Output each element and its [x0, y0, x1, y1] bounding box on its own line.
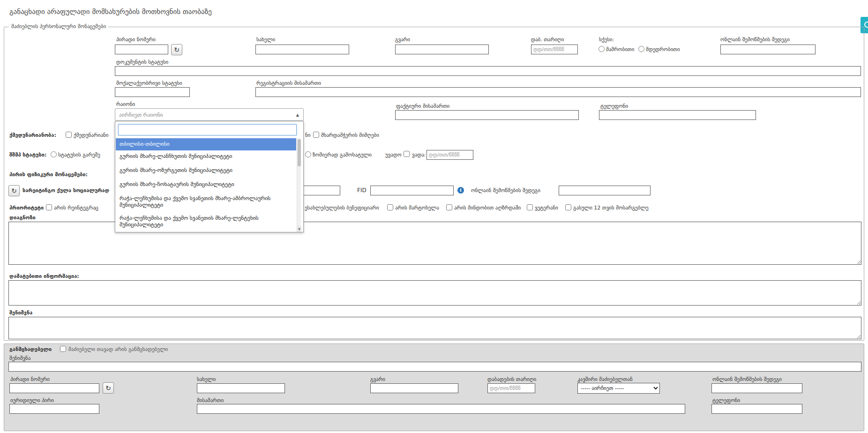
disability-no-status-label: სტატუსის გარეშე [58, 152, 100, 158]
disability-moderate-radio[interactable] [305, 151, 311, 157]
district-option[interactable]: რაჭა-ლეჩხუმისა და ქვემო სვანეთის მხარე-ლ… [116, 212, 296, 232]
applicant-first-name-input[interactable] [197, 383, 285, 393]
sex-male-radio[interactable] [599, 46, 605, 52]
applicant-birth-date-label: დაბადების თარიღი [487, 376, 536, 382]
capacity-fragment: ნი [305, 132, 310, 138]
sex-female-label: მდედრობითი [646, 46, 680, 52]
capacity-capable-label: ქმედუნარიანი [74, 132, 109, 138]
priority-reintegration-checkbox[interactable] [46, 204, 52, 210]
seeker-note-textarea[interactable] [8, 317, 861, 339]
applicant-birth-date-input[interactable] [487, 383, 535, 393]
applicant-online-result-input[interactable] [711, 383, 802, 393]
priority-reintegration-label: არის რეინტეგრაც [54, 205, 98, 211]
applicant-address-input[interactable] [197, 404, 685, 414]
applicant-note-label: შენიშვნა [9, 355, 30, 361]
applicant-phone-input[interactable] [711, 404, 802, 414]
applicant-personal-number-input[interactable] [9, 383, 99, 393]
birth-date-input[interactable] [531, 45, 578, 54]
priority-veteran-checkbox[interactable] [527, 204, 533, 210]
sex-male-label: მამრობითი [606, 46, 634, 52]
citizenship-status-input[interactable] [115, 87, 190, 97]
actual-address-label: ფაქტიური მისამართი [396, 103, 449, 109]
info-icon[interactable]: i [457, 187, 464, 194]
applicant-last-name-label: გვარი [370, 376, 385, 382]
priority-resettled-fragment: ესახლებულების ბენეფიციარი [305, 205, 379, 211]
district-select[interactable]: აირჩიეთ რაიონი ▲ [115, 108, 304, 121]
disability-termless-label: უვადო [385, 152, 402, 158]
applicant-online-result-label: ონლაინ შემოწმების შედეგი [712, 376, 782, 382]
document-status-input[interactable] [115, 66, 861, 76]
personal-number-refresh-button[interactable]: ↻ [171, 44, 182, 55]
capacity-supported-label: მხარდამჭერის მიმღები [321, 132, 379, 138]
capacity-supported-checkbox[interactable] [313, 132, 319, 138]
priority-single-label: არის მარტოხელა [395, 205, 439, 211]
applicant-note-input[interactable] [8, 362, 861, 372]
physical-data-label: პირის ფიზიკური მონაცემები: [9, 172, 88, 178]
rating-online-result-input[interactable] [559, 186, 651, 195]
priority-label: პრიორიტეტი [9, 205, 44, 211]
priority-veteran-label: ვეტერანი [535, 205, 558, 211]
fid-label: FID [357, 187, 367, 194]
scrollbar-thumb[interactable] [298, 139, 301, 166]
sex-female-radio[interactable] [638, 46, 644, 52]
application-form-page: { "page": { "title": "განაცხადი არაფულად… [0, 0, 868, 433]
district-search-input[interactable] [118, 124, 297, 135]
applicant-legend: განმცხადებელი [9, 346, 52, 352]
magnifier-icon [864, 22, 868, 28]
applicant-personal-number-label: პირადი ნომერი [10, 376, 50, 382]
rating-online-result-label: ონლაინ შემოწმების შედეგი [471, 187, 540, 194]
rating-score-label: სარეიტინგო ქულა სოციალურად [22, 187, 109, 194]
applicant-personal-number-refresh-button[interactable]: ↻ [103, 382, 114, 394]
last-name-input[interactable] [395, 45, 489, 54]
diagnosis-label: დიაგნოზი [9, 215, 36, 221]
disability-term-label: ვადა: [412, 152, 426, 158]
last-name-label: გვარი [395, 37, 410, 43]
district-option[interactable]: რაჭა-ლეჩხუმისა და ქვემო სვანეთის მხარე-ა… [116, 193, 296, 212]
capacity-label: ქმედუნარიანობა: [9, 132, 56, 138]
registration-address-label: რეგისტრაციის მისამართი [256, 80, 321, 86]
disability-no-status-radio[interactable] [51, 151, 57, 157]
district-option[interactable]: გურიის მხარე-ჩოხატაურის მუნიციპალიტეტი [116, 179, 296, 193]
first-name-input[interactable] [255, 45, 349, 54]
phone-input[interactable] [599, 110, 756, 120]
personal-number-input[interactable] [115, 45, 168, 54]
applicant-legal-person-input[interactable] [9, 404, 99, 414]
district-label: რაიონი [116, 101, 135, 107]
applicant-self-label: მაძიებელი თავად არის განმცხადებელი [68, 346, 168, 352]
applicant-first-name-label: სახელი [197, 376, 216, 382]
personal-number-label: პირადი ნომერი [116, 37, 156, 43]
district-option[interactable]: გურიის მხარე-ოზურგეთის მუნიციპალიტეტი [116, 164, 296, 179]
actual-address-input[interactable] [395, 110, 579, 120]
applicant-relation-select[interactable]: ----- აირჩიეთ ----- [577, 383, 660, 394]
priority-foster-label: არის მინდობით აღზრდაში [454, 205, 521, 211]
applicant-self-checkbox[interactable] [60, 346, 66, 352]
registration-address-input[interactable] [255, 87, 861, 97]
district-select-placeholder: აირჩიეთ რაიონი [119, 112, 163, 118]
additional-info-textarea[interactable] [8, 280, 861, 306]
seeker-note-label: შენიშვნა [9, 310, 32, 316]
dropdown-scrollbar[interactable]: ▼ [297, 138, 301, 232]
applicant-last-name-input[interactable] [370, 383, 458, 393]
priority-single-checkbox[interactable] [387, 204, 393, 210]
applicant-address-label: მისამართი [197, 397, 224, 403]
scroll-down-icon[interactable]: ▼ [297, 226, 301, 232]
seeker-fieldset-legend: მაძიებლის პერსონალური მონაცემები [9, 23, 108, 30]
applicant-legal-person-label: იურიდიული პირი [10, 397, 54, 403]
priority-last12-checkbox[interactable] [565, 204, 571, 210]
disability-termless-checkbox[interactable] [404, 151, 410, 157]
sex-label: სქესი: [599, 37, 614, 43]
disability-status-label: შშმპ სტატუსი: [9, 152, 46, 158]
additional-info-label: დამატებითი ინფორმაცია: [9, 273, 79, 279]
capacity-capable-checkbox[interactable] [66, 132, 72, 138]
district-option[interactable]: გურიის მხარე-ლანჩხუთის მუნიციპალიტეტი [116, 150, 296, 164]
district-option-highlighted[interactable]: თბილისი-თბილისი [116, 138, 296, 150]
page-title: განაცხადი არაფულადი მომსახურების მოთხოვნ… [9, 7, 212, 16]
birth-date-label: დაბ. თარიღი [531, 37, 564, 43]
disability-term-date-input[interactable] [427, 150, 473, 160]
fid-input[interactable] [370, 186, 454, 195]
rating-refresh-button[interactable]: ↻ [8, 185, 20, 196]
district-dropdown-panel: თბილისი-თბილისი გურიის მხარე-ლანჩხუთის მ… [115, 121, 304, 232]
priority-foster-checkbox[interactable] [446, 204, 452, 210]
online-result-input[interactable] [720, 45, 816, 54]
priority-last12-label: გასული 12 თვის მოსარგებლე [573, 205, 649, 211]
